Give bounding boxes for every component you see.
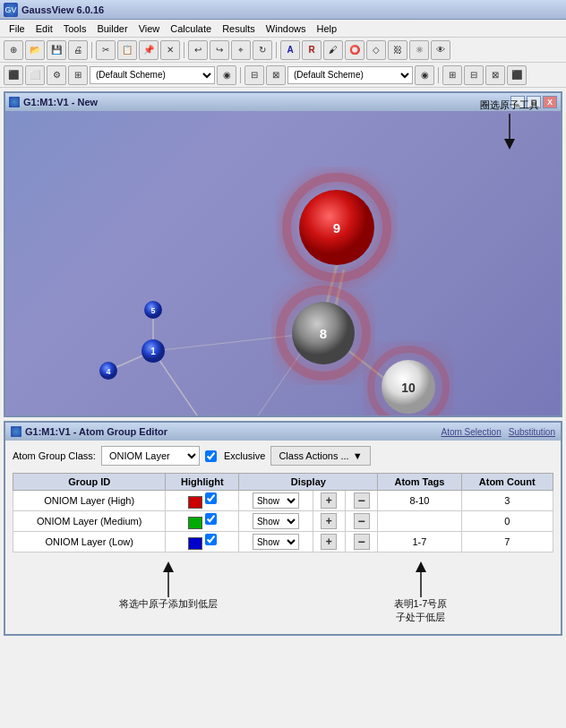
tb-new[interactable]: ⊕ (4, 40, 23, 60)
row3-atom-count: 7 (461, 532, 553, 552)
row3-atom-tags: 1-7 (378, 532, 461, 552)
tb-open[interactable]: 📂 (25, 40, 45, 60)
agc-label: Atom Group Class: (13, 450, 96, 461)
tb-rotate[interactable]: ↻ (253, 40, 272, 60)
agc-combo[interactable]: ONIOM Layer (101, 446, 200, 466)
tb-cut[interactable]: ✂ (96, 40, 116, 60)
menu-file[interactable]: File (4, 21, 30, 36)
row3-plus: + (313, 532, 345, 552)
menu-windows[interactable]: Windows (261, 21, 312, 36)
menu-edit[interactable]: Edit (30, 21, 58, 36)
viewer-close-btn[interactable]: X (543, 96, 557, 108)
tb-undo[interactable]: ↩ (188, 40, 208, 60)
app-titlebar: GV GaussView 6.0.16 (0, 0, 566, 20)
menu-tools[interactable]: Tools (58, 21, 92, 36)
atom-group-table: Group ID Highlight Display Atom Tags Ato… (13, 473, 553, 552)
tb-delete[interactable]: ✕ (160, 40, 180, 60)
tb2-7[interactable]: ⊞ (442, 65, 462, 85)
row1-highlight-check[interactable] (205, 492, 217, 504)
tb-redo[interactable]: ↪ (210, 40, 229, 60)
tb-eye[interactable]: 👁 (431, 40, 450, 60)
row2-plus-btn[interactable]: + (321, 513, 337, 529)
molecule-viewport: 9 8 10 1 2 4 5 6 (5, 111, 561, 415)
tb2-6[interactable]: ⊠ (266, 65, 286, 85)
row3-show-combo[interactable]: Show (253, 534, 299, 550)
col-group-id: Group ID (13, 474, 166, 491)
exclusive-checkbox[interactable] (205, 450, 217, 462)
row3-display: Show (239, 532, 313, 552)
row2-atom-tags (378, 511, 461, 532)
viewer-icon (9, 97, 20, 107)
menu-results[interactable]: Results (217, 21, 261, 36)
editor-atom-selection-link[interactable]: Atom Selection (441, 427, 501, 437)
row1-minus: − (345, 491, 377, 511)
tb-chain[interactable]: ⛓ (388, 40, 407, 60)
editor-substitution-link[interactable]: Substitution (509, 427, 555, 437)
menu-builder[interactable]: Builder (91, 21, 133, 36)
tb2-orb2[interactable]: ◉ (415, 65, 434, 85)
menu-calculate[interactable]: Calculate (165, 21, 217, 36)
tb2-5[interactable]: ⊟ (244, 65, 264, 85)
viewer-window: G1:M1:V1 - New _ □ X (4, 91, 562, 417)
scheme-combo-2[interactable]: (Default Scheme) (287, 66, 413, 84)
svg-line-5 (153, 333, 314, 351)
tb-copy[interactable]: 📋 (117, 40, 137, 60)
col-highlight: Highlight (166, 474, 239, 491)
atom-9-label: 9 (333, 220, 340, 236)
row2-plus: + (313, 511, 345, 532)
tb-print[interactable]: 🖨 (68, 40, 88, 60)
row3-group-id: ONIOM Layer (Low) (13, 532, 166, 552)
row2-highlight-check[interactable] (205, 513, 217, 525)
row1-plus-btn[interactable]: + (321, 492, 337, 509)
row2-color-box (188, 517, 202, 529)
svg-marker-14 (504, 139, 515, 150)
atom-1-label: 1 (150, 347, 156, 356)
annotation-arrow-down (496, 114, 523, 150)
tb2-10[interactable]: ⬛ (507, 65, 527, 85)
tb2-orb[interactable]: ◉ (217, 65, 236, 85)
atom-5-label: 5 (150, 306, 155, 315)
app-title: GaussView 6.0.16 (21, 4, 104, 15)
svg-marker-15 (163, 561, 174, 572)
row3-highlight-check[interactable] (205, 534, 217, 545)
tb-A[interactable]: A (280, 40, 300, 60)
tb-select[interactable]: ⌖ (231, 40, 251, 60)
scheme-combo-1[interactable]: (Default Scheme) (90, 66, 215, 84)
dropdown-arrow-icon: ▼ (353, 450, 363, 461)
tb-diamond[interactable]: ◇ (366, 40, 386, 60)
tb-save[interactable]: 💾 (47, 40, 66, 60)
class-actions-btn[interactable]: Class Actions ... ▼ (270, 446, 370, 466)
table-row: ONIOM Layer (Low) Show + − (13, 532, 553, 552)
row2-minus-btn[interactable]: − (354, 513, 370, 529)
col-display: Display (239, 474, 378, 491)
tb-R[interactable]: R (302, 40, 322, 60)
row3-minus-btn[interactable]: − (354, 534, 370, 550)
molecule-svg: 9 8 10 1 2 4 5 6 (5, 111, 561, 415)
tb2-4[interactable]: ⊞ (68, 65, 88, 85)
editor-title: G1:M1:V1 - Atom Group Editor (25, 426, 167, 437)
row1-atom-count: 3 (461, 491, 553, 511)
row2-show-combo[interactable]: Show (253, 513, 299, 529)
row2-minus: − (345, 511, 377, 532)
tb-lasso[interactable]: ⭕ (345, 40, 364, 60)
row1-minus-btn[interactable]: − (354, 492, 370, 509)
tb-paste[interactable]: 📌 (139, 40, 159, 60)
row3-plus-btn[interactable]: + (321, 534, 337, 550)
top-right-annotation: 圈选原子工具 (480, 98, 539, 150)
tb2-3[interactable]: ⚙ (47, 65, 66, 85)
bottom-left-arrow-up (159, 561, 177, 597)
tb-atom[interactable]: ⚛ (409, 40, 429, 60)
row3-color-box (188, 537, 202, 550)
tb2-8[interactable]: ⊟ (464, 65, 484, 85)
tb2-1[interactable]: ⬛ (4, 65, 23, 85)
menu-help[interactable]: Help (311, 21, 342, 36)
row2-group-id: ONIOM Layer (Medium) (13, 511, 166, 532)
menu-view[interactable]: View (133, 21, 166, 36)
exclusive-label: Exclusive (224, 450, 265, 461)
sep3 (276, 42, 277, 58)
row1-show-combo[interactable]: Show (253, 492, 299, 509)
tb2-9[interactable]: ⊠ (485, 65, 505, 85)
sep4 (240, 67, 241, 83)
tb2-2[interactable]: ⬜ (25, 65, 45, 85)
tb-brush[interactable]: 🖌 (323, 40, 343, 60)
